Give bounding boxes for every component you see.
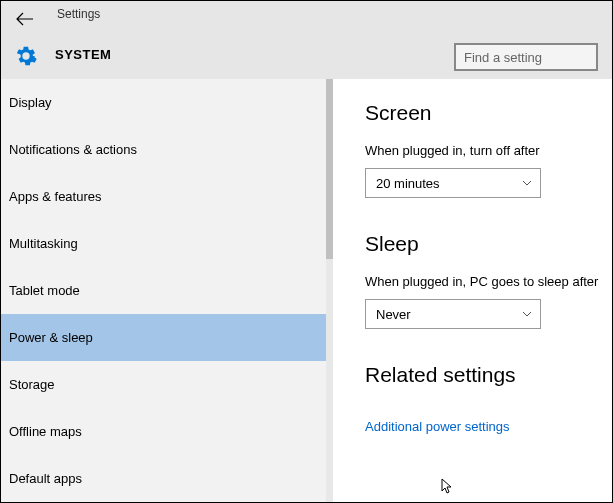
- sidebar-item-label: Power & sleep: [9, 330, 93, 345]
- dropdown-value: 20 minutes: [376, 176, 440, 191]
- sleep-heading: Sleep: [365, 232, 612, 256]
- dropdown-value: Never: [376, 307, 411, 322]
- cursor-icon: [441, 478, 455, 496]
- sidebar-item-tablet-mode[interactable]: Tablet mode: [1, 267, 333, 314]
- sidebar-item-label: Multitasking: [9, 236, 78, 251]
- sidebar-item-label: Offline maps: [9, 424, 82, 439]
- back-button[interactable]: [15, 9, 35, 29]
- sleep-dropdown[interactable]: Never: [365, 299, 541, 329]
- screen-heading: Screen: [365, 101, 612, 125]
- screen-off-dropdown[interactable]: 20 minutes: [365, 168, 541, 198]
- scrollbar-thumb[interactable]: [326, 79, 333, 259]
- chevron-down-icon: [522, 309, 532, 319]
- window-title: Settings: [57, 7, 100, 21]
- header: Settings SYSTEM: [1, 1, 612, 79]
- sidebar-item-label: Notifications & actions: [9, 142, 137, 157]
- sidebar-item-storage[interactable]: Storage: [1, 361, 333, 408]
- sidebar-item-notifications[interactable]: Notifications & actions: [1, 126, 333, 173]
- sidebar-item-offline-maps[interactable]: Offline maps: [1, 408, 333, 455]
- sidebar-item-apps[interactable]: Apps & features: [1, 173, 333, 220]
- sidebar-list: Display Notifications & actions Apps & f…: [1, 79, 333, 502]
- related-heading: Related settings: [365, 363, 612, 387]
- sidebar-item-display[interactable]: Display: [1, 79, 333, 126]
- chevron-down-icon: [522, 178, 532, 188]
- section-label: SYSTEM: [55, 47, 111, 62]
- arrow-left-icon: [16, 12, 34, 26]
- sidebar-item-label: Display: [9, 95, 52, 110]
- gear-icon: [15, 45, 37, 67]
- content: Display Notifications & actions Apps & f…: [1, 79, 612, 502]
- sidebar-item-default-apps[interactable]: Default apps: [1, 455, 333, 502]
- main-panel: Screen When plugged in, turn off after 2…: [333, 79, 612, 502]
- sleep-label: When plugged in, PC goes to sleep after: [365, 274, 612, 289]
- screen-off-label: When plugged in, turn off after: [365, 143, 612, 158]
- scrollbar-track[interactable]: [326, 79, 333, 502]
- additional-power-settings-link[interactable]: Additional power settings: [365, 419, 510, 434]
- sidebar: Display Notifications & actions Apps & f…: [1, 79, 333, 502]
- sidebar-item-multitasking[interactable]: Multitasking: [1, 220, 333, 267]
- sidebar-item-label: Apps & features: [9, 189, 102, 204]
- sidebar-item-label: Default apps: [9, 471, 82, 486]
- sidebar-item-power-sleep[interactable]: Power & sleep: [1, 314, 333, 361]
- sidebar-item-label: Tablet mode: [9, 283, 80, 298]
- search-input[interactable]: [454, 43, 598, 71]
- sidebar-item-label: Storage: [9, 377, 55, 392]
